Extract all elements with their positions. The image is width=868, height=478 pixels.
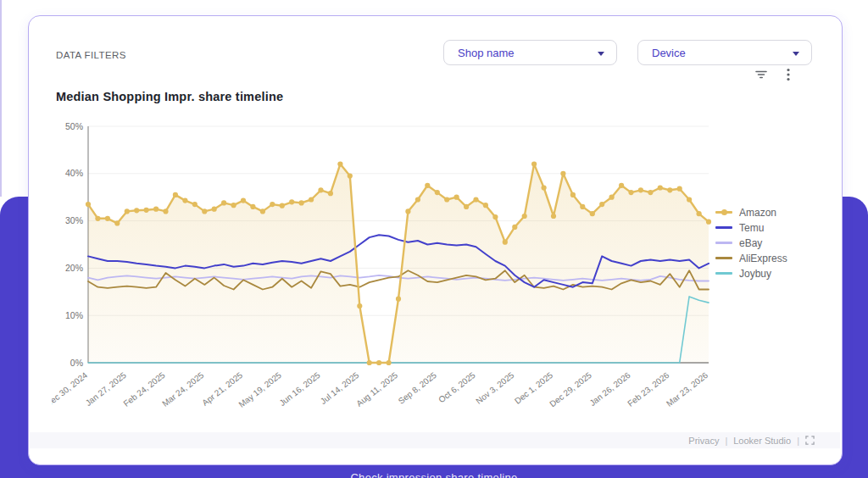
svg-text:Sep 8, 2025: Sep 8, 2025 (397, 370, 439, 406)
legend-label: eBay (739, 237, 762, 249)
more-vert-icon[interactable] (780, 67, 797, 82)
privacy-link[interactable]: Privacy (688, 436, 719, 446)
legend-label: Temu (739, 222, 764, 234)
svg-text:Jun 16, 2025: Jun 16, 2025 (277, 370, 322, 409)
footer-separator: | (725, 436, 727, 446)
svg-text:May 19, 2025: May 19, 2025 (236, 370, 283, 409)
svg-text:Feb 24, 2025: Feb 24, 2025 (122, 370, 168, 409)
legend-item-aliexpress: AliExpress (715, 253, 787, 264)
svg-text:20%: 20% (65, 263, 83, 273)
legend-swatch (715, 272, 732, 275)
impression-share-chart[interactable]: 0%10%20%30%40%50%Dec 30, 2024Jan 27, 202… (52, 119, 730, 416)
svg-text:Nov 3, 2025: Nov 3, 2025 (474, 370, 516, 406)
chart-legend: AmazonTemueBayAliExpressJoybuy (715, 207, 787, 279)
legend-swatch (715, 242, 732, 244)
svg-text:Dec 29, 2025: Dec 29, 2025 (548, 370, 593, 409)
device-filter-label: Device (638, 47, 686, 59)
chevron-down-icon (793, 52, 799, 56)
legend-swatch (715, 257, 732, 259)
left-edge-strip (0, 0, 2, 197)
legend-item-temu: Temu (715, 222, 787, 233)
svg-text:Aug 11, 2025: Aug 11, 2025 (354, 370, 399, 409)
report-footer: Privacy | Looker Studio | (30, 432, 840, 448)
bottom-caption: Check impression share timeline (0, 471, 868, 478)
svg-text:Oct 6, 2025: Oct 6, 2025 (437, 370, 477, 405)
filter-icon[interactable] (753, 67, 770, 82)
svg-text:Dec 30, 2024: Dec 30, 2024 (52, 370, 90, 409)
svg-text:Mar 24, 2025: Mar 24, 2025 (160, 370, 206, 409)
chart-toolbar (753, 67, 797, 82)
chart-svg: 0%10%20%30%40%50%Dec 30, 2024Jan 27, 202… (52, 119, 730, 416)
shop-name-filter-dropdown[interactable]: Shop name (443, 40, 617, 65)
fullscreen-icon[interactable] (805, 436, 815, 445)
legend-label: AliExpress (739, 253, 787, 264)
chart-title: Median Shopping Impr. share timeline (56, 90, 283, 103)
legend-item-ebay: eBay (715, 237, 787, 248)
legend-swatch (715, 226, 732, 229)
svg-text:Mar 23, 2026: Mar 23, 2026 (665, 370, 710, 409)
legend-label: Amazon (739, 207, 776, 219)
svg-text:0%: 0% (70, 358, 83, 368)
dashboard-card: DATA FILTERS Shop name Device (28, 15, 843, 465)
footer-separator: | (797, 436, 799, 446)
shop-name-filter-label: Shop name (444, 47, 515, 59)
svg-text:30%: 30% (65, 215, 83, 225)
data-filters-label: DATA FILTERS (56, 50, 126, 60)
svg-text:50%: 50% (65, 121, 83, 131)
looker-studio-link[interactable]: Looker Studio (733, 436, 791, 446)
page: Check impression share timeline DATA FIL… (0, 0, 868, 478)
legend-label: Joybuy (739, 268, 771, 280)
legend-item-amazon: Amazon (715, 207, 787, 218)
legend-item-joybuy: Joybuy (715, 268, 787, 279)
svg-text:40%: 40% (65, 168, 83, 178)
chevron-down-icon (598, 52, 604, 56)
svg-text:10%: 10% (65, 310, 83, 320)
device-filter-dropdown[interactable]: Device (637, 40, 812, 65)
legend-swatch (715, 211, 732, 214)
svg-text:Feb 23, 2026: Feb 23, 2026 (626, 370, 671, 409)
